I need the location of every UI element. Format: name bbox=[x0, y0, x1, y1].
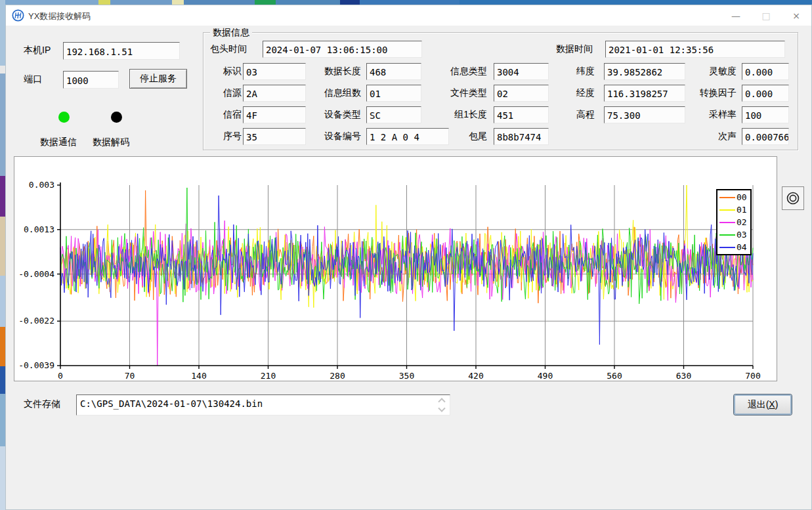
legend-line-sample bbox=[719, 197, 735, 198]
svg-text:630: 630 bbox=[676, 371, 691, 381]
svg-text:0.003: 0.003 bbox=[29, 180, 54, 190]
legend-item: 02 bbox=[717, 216, 750, 228]
exit-label-key: X bbox=[769, 399, 775, 410]
data-len-label: 数据长度 bbox=[295, 66, 361, 77]
legend-line-sample bbox=[719, 209, 735, 211]
scope-button[interactable] bbox=[782, 186, 804, 210]
legend-line-sample bbox=[719, 247, 735, 248]
tail-label: 包尾 bbox=[421, 131, 487, 142]
legend-label: 04 bbox=[737, 242, 747, 252]
header-time-field[interactable] bbox=[263, 41, 422, 58]
lat-label: 纬度 bbox=[529, 66, 595, 77]
data-time-label: 数据时间 bbox=[527, 43, 593, 55]
legend-label: 01 bbox=[737, 205, 747, 215]
seq-label: 序号 bbox=[209, 131, 242, 142]
legend-label: 02 bbox=[737, 217, 747, 227]
group-count-field[interactable] bbox=[366, 85, 421, 102]
group-count-label: 信息组数 bbox=[295, 87, 361, 99]
chart-legend: 0001020304 bbox=[716, 189, 752, 255]
svg-text:0.0013: 0.0013 bbox=[24, 224, 54, 234]
svg-text:-0.0022: -0.0022 bbox=[18, 316, 54, 326]
legend-item: 00 bbox=[717, 191, 750, 203]
data-info-title: 数据信息 bbox=[210, 27, 252, 39]
legend-line-sample bbox=[719, 222, 735, 223]
file-path-field[interactable]: C:\GPS_DATA\2024-01-07\130424.bin bbox=[76, 394, 450, 415]
local-ip-label: 本机IP bbox=[24, 45, 51, 56]
legend-label: 03 bbox=[737, 230, 747, 240]
svg-text:140: 140 bbox=[191, 371, 206, 381]
svg-text:490: 490 bbox=[538, 371, 553, 381]
tail-field[interactable] bbox=[494, 128, 549, 145]
maximize-button[interactable]: □ bbox=[751, 5, 781, 26]
desktop-wallpaper-top bbox=[0, 0, 812, 5]
factor-field[interactable] bbox=[742, 85, 789, 102]
concentric-circles-icon bbox=[786, 191, 800, 205]
sample-rate-label: 采样率 bbox=[671, 109, 737, 121]
sensitivity-field[interactable] bbox=[742, 63, 789, 80]
waveform-chart-panel: 0.0030.0013-0.0004-0.0022-0.003907014021… bbox=[14, 156, 777, 381]
infrasound-label: 次声 bbox=[671, 131, 737, 142]
data-info-groupbox: 数据信息 包头时间 数据时间 标识 数据长度 信息类型 纬度 灵敏度 信源 信息… bbox=[203, 32, 798, 150]
app-window: YX数据接收解码 — □ × 本机IP 端口 停止服务 数据通信 数据解码 数据… bbox=[5, 5, 812, 510]
msg-type-label: 信息类型 bbox=[421, 66, 487, 77]
desktop-wallpaper-left bbox=[0, 0, 5, 510]
legend-item: 01 bbox=[717, 203, 750, 216]
source-label: 信源 bbox=[209, 87, 242, 99]
legend-line-sample bbox=[719, 234, 735, 236]
sample-rate-field[interactable] bbox=[742, 106, 789, 123]
stop-service-button[interactable]: 停止服务 bbox=[129, 69, 187, 89]
legend-item: 03 bbox=[717, 228, 750, 241]
file-path-text: C:\GPS_DATA\2024-01-07\130424.bin bbox=[80, 398, 263, 409]
exit-button[interactable]: 退出(X) bbox=[734, 394, 792, 415]
group1-len-label: 组1长度 bbox=[421, 109, 487, 121]
data-time-field[interactable] bbox=[605, 41, 785, 58]
svg-text:70: 70 bbox=[125, 371, 135, 381]
file-path-spinner[interactable] bbox=[437, 397, 447, 413]
data-decode-indicator bbox=[111, 112, 122, 123]
exit-label-pre: 退出( bbox=[748, 399, 769, 410]
file-storage-label: 文件存储 bbox=[24, 398, 60, 410]
window-title: YX数据接收解码 bbox=[28, 11, 91, 22]
dev-type-label: 设备类型 bbox=[295, 109, 361, 121]
svg-text:280: 280 bbox=[330, 371, 345, 381]
file-type-label: 文件类型 bbox=[421, 87, 487, 99]
svg-text:-0.0004: -0.0004 bbox=[18, 269, 54, 279]
legend-label: 00 bbox=[737, 192, 747, 202]
svg-text:-0.0039: -0.0039 bbox=[18, 360, 54, 370]
factor-label: 转换因子 bbox=[671, 87, 737, 99]
app-logo-icon bbox=[12, 9, 24, 22]
dev-id-label: 设备编号 bbox=[295, 131, 361, 142]
svg-text:0: 0 bbox=[58, 371, 63, 381]
sensitivity-label: 灵敏度 bbox=[671, 66, 737, 77]
legend-item: 04 bbox=[717, 241, 750, 253]
svg-text:560: 560 bbox=[607, 371, 622, 381]
dev-type-field[interactable] bbox=[366, 106, 421, 123]
titlebar: YX数据接收解码 — □ × bbox=[6, 5, 811, 26]
data-comm-indicator bbox=[58, 112, 70, 123]
close-button[interactable]: × bbox=[781, 5, 811, 26]
svg-text:350: 350 bbox=[399, 371, 414, 381]
data-comm-label: 数据通信 bbox=[40, 137, 77, 148]
id-label: 标识 bbox=[209, 66, 242, 77]
alt-label: 高程 bbox=[529, 109, 595, 121]
svg-text:420: 420 bbox=[468, 371, 483, 381]
svg-text:210: 210 bbox=[261, 371, 276, 381]
port-field[interactable] bbox=[63, 71, 119, 89]
svg-text:700: 700 bbox=[745, 371, 760, 381]
infrasound-field[interactable] bbox=[742, 128, 789, 145]
local-ip-field[interactable] bbox=[63, 42, 180, 60]
lon-label: 经度 bbox=[529, 87, 595, 99]
spinner-down-icon[interactable] bbox=[438, 405, 445, 412]
minimize-button[interactable]: — bbox=[721, 5, 751, 26]
header-time-label: 包头时间 bbox=[210, 43, 247, 55]
data-len-field[interactable] bbox=[366, 63, 421, 80]
data-decode-label: 数据解码 bbox=[93, 137, 129, 148]
exit-label-post: ) bbox=[775, 399, 779, 410]
waveform-chart: 0.0030.0013-0.0004-0.0022-0.003907014021… bbox=[14, 157, 777, 381]
dest-label: 信宿 bbox=[209, 109, 242, 121]
port-label: 端口 bbox=[24, 74, 42, 85]
